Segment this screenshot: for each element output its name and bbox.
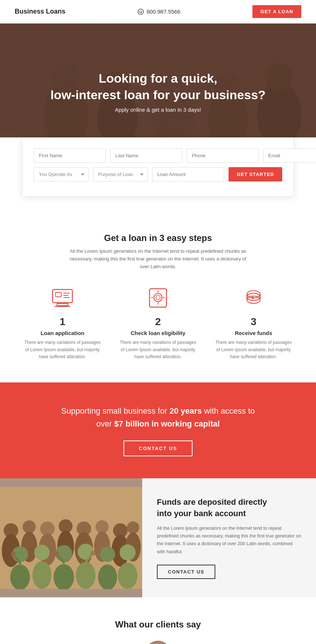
step-1-label: Loan application	[22, 330, 103, 336]
loan-form-card: You Operate As Purpose of Loan GET START…	[23, 137, 293, 196]
svg-point-11	[265, 63, 292, 91]
last-name-input[interactable]	[110, 148, 182, 163]
email-input[interactable]	[263, 148, 316, 163]
phone-display: 800.987.5566	[137, 8, 180, 15]
funds-description: All the Lorem Ipsum generators on the In…	[157, 525, 301, 556]
highlight-years: 20 years	[169, 406, 202, 415]
svg-point-64	[54, 551, 59, 557]
svg-rect-15	[55, 292, 61, 297]
steps-grid: 1 Loan application There are many variat…	[15, 285, 301, 360]
svg-point-60	[118, 563, 138, 589]
testimonial-section: What our clients say All the Lorem Ipsum…	[0, 597, 316, 644]
svg-rect-13	[57, 303, 68, 306]
hero-content: Looking for a quick,low-interest loan fo…	[50, 70, 266, 112]
svg-point-50	[10, 565, 30, 590]
svg-point-52	[32, 561, 51, 589]
svg-point-58	[98, 565, 117, 590]
brand-name: Business Loans	[15, 8, 65, 15]
steps-description: All the Lorem Ipsum generators on the In…	[66, 248, 250, 270]
form-row-2: You Operate As Purpose of Loan GET START…	[34, 167, 282, 181]
svg-point-56	[76, 562, 96, 589]
step-2-label: Check loan eligibility	[118, 330, 198, 336]
form-row-1	[34, 148, 282, 163]
first-name-input[interactable]	[34, 148, 106, 163]
step-1: 1 Loan application There are many variat…	[22, 285, 103, 360]
svg-point-51	[34, 545, 50, 560]
svg-point-54	[54, 564, 74, 590]
funds-content: Funds are deposited directlyinto your ba…	[142, 478, 316, 597]
form-section: You Operate As Purpose of Loan GET START…	[0, 137, 316, 211]
crowd-svg	[0, 486, 142, 589]
highlight-capital: $7 billion in working capital	[114, 419, 220, 428]
red-banner-section: Supporting small business for 20 years w…	[0, 382, 316, 478]
step-3-icon: $	[241, 285, 266, 311]
step-1-text: There are many variations of passages of…	[22, 339, 103, 360]
svg-point-35	[23, 520, 36, 533]
step-3: $ 3 Receive funds There are many variati…	[213, 285, 294, 360]
hero-title: Looking for a quick,low-interest loan fo…	[50, 70, 266, 102]
step-2-icon	[145, 285, 171, 311]
hero-subtitle: Apply online & get a loan in 3 days!	[50, 107, 266, 113]
svg-point-57	[100, 547, 115, 562]
step-2-text: There are many variations of passages of…	[118, 339, 198, 360]
step-2: 2 Check loan eligibility There are many …	[118, 285, 198, 360]
contact-us-button-banner[interactable]: CONTACT US	[123, 440, 193, 456]
steps-section: Get a loan in 3 easy steps All the Lorem…	[0, 211, 316, 382]
testimonial-avatar	[145, 641, 171, 644]
phone-icon	[137, 8, 144, 15]
loan-amount-input[interactable]	[152, 167, 224, 181]
steps-title: Get a loan in 3 easy steps	[15, 233, 301, 243]
step-1-number: 1	[22, 316, 103, 328]
testimonial-title: What our clients say	[15, 619, 301, 630]
get-loan-button[interactable]: GET A LOAN	[252, 5, 301, 18]
svg-point-47	[127, 521, 139, 534]
phone-number: 800.987.5566	[147, 8, 180, 15]
step-3-label: Receive funds	[213, 330, 294, 336]
avatar-image	[145, 641, 171, 644]
funds-image	[0, 478, 142, 597]
svg-point-67	[145, 641, 171, 644]
svg-point-66	[90, 551, 96, 556]
step-1-icon	[50, 285, 75, 311]
funds-section: Funds are deposited directlyinto your ba…	[0, 478, 316, 597]
phone-input[interactable]	[187, 148, 259, 163]
get-started-button[interactable]: GET STARTED	[229, 167, 282, 181]
funds-title: Funds are deposited directlyinto your ba…	[157, 497, 301, 519]
svg-point-62	[11, 552, 16, 557]
red-banner-text: Supporting small business for 20 years w…	[15, 404, 301, 430]
svg-point-0	[138, 9, 144, 14]
operate-as-select[interactable]: You Operate As	[34, 167, 89, 181]
svg-text:$: $	[252, 295, 254, 300]
svg-point-59	[119, 544, 136, 561]
svg-point-21	[156, 295, 160, 300]
contact-us-button-funds[interactable]: CONTACT US	[157, 565, 215, 579]
step-2-number: 2	[118, 316, 198, 328]
purpose-of-loan-select[interactable]: Purpose of Loan	[93, 167, 148, 181]
navbar: Business Loans 800.987.5566 GET A LOAN	[0, 0, 316, 24]
step-3-number: 3	[213, 316, 294, 328]
step-3-text: There are many variations of passages of…	[213, 339, 294, 360]
svg-point-20	[154, 294, 162, 302]
